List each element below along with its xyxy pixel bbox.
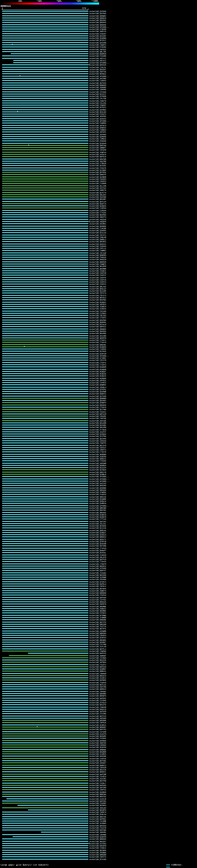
alignment-bar[interactable] [2,731,88,732]
alignment-bar[interactable] [2,333,88,334]
subject-id-label[interactable]: UniRef100_C5YDA6 [89,699,106,702]
subject-id-label[interactable]: UniRef100_B4FND9 [89,740,106,742]
subject-id-label[interactable]: UniRef100_Q8K3B0 [89,507,106,509]
alignment-bar[interactable] [2,512,88,513]
alignment-bar[interactable] [2,212,88,213]
alignment-bar[interactable] [2,116,88,117]
subject-id-label[interactable]: UniRef100_P35421 [89,411,106,413]
subject-id-label[interactable]: UniRef100_Q10R21 [89,724,106,726]
alignment-bar[interactable] [2,505,88,506]
subject-id-label[interactable]: UniRef100_B5VLQ5 [89,111,106,113]
subject-id-label[interactable]: UniRef100_A9SSD0 [89,717,106,719]
alignment-bar[interactable] [2,483,88,484]
subject-id-label[interactable]: UniRef100_B4FJX3 [89,728,106,731]
alignment-bar[interactable] [2,214,88,215]
subject-id-label[interactable]: UniRef100_A1UTX7 [89,431,106,433]
alignment-bar[interactable] [2,44,88,45]
alignment-bar[interactable] [2,105,88,105]
alignment-bar[interactable] [2,98,88,99]
alignment-bar[interactable] [2,393,88,394]
subject-id-label[interactable]: UniRef100_A9TQK4 [89,661,106,663]
alignment-bar[interactable] [2,270,88,271]
subject-id-label[interactable]: UniRef100_C4R7G0 [89,417,106,420]
subject-id-label[interactable]: UniRef100_B1BGD8 [89,368,106,370]
alignment-bar[interactable] [2,566,88,566]
alignment-bar[interactable] [2,42,88,43]
subject-id-label[interactable]: UniRef100_UPI000... [89,480,109,482]
alignment-bar[interactable] [2,476,88,477]
alignment-bar[interactable] [2,521,88,522]
subject-id-label[interactable]: UniRef100_A9T2R6 [89,786,106,788]
alignment-bar[interactable] [2,751,88,752]
alignment-bar[interactable] [2,24,88,25]
subject-id-label[interactable]: UniRef100_B6VPN5 [89,332,106,334]
subject-id-label[interactable]: UniRef100_B4FA94 [89,596,106,598]
alignment-bar[interactable] [2,783,88,784]
subject-id-label[interactable]: UniRef100_B6TQV4 [89,588,106,590]
subject-id-label[interactable]: UniRef100_C87Z74 [89,292,106,294]
alignment-bar[interactable] [2,181,88,182]
alignment-bar[interactable] [2,843,88,844]
alignment-bar[interactable] [2,391,88,392]
subject-id-label[interactable]: UniRef100_B6U4Y4 [89,675,106,677]
alignment-bar[interactable] [2,27,88,27]
subject-id-label[interactable]: UniRef100_C5XSW7 [89,802,106,804]
subject-id-label[interactable]: UniRef100_B9RKX4 [89,688,106,690]
alignment-bar[interactable] [2,545,88,546]
subject-id-label[interactable]: UniRef100_B6TSN1 [89,760,106,762]
alignment-bar[interactable] [2,196,88,197]
subject-id-label[interactable]: UniRef100_C6B896 [89,122,106,124]
alignment-bar[interactable] [2,201,88,202]
alignment-bar[interactable] [2,568,88,569]
alignment-bar[interactable] [2,165,88,166]
subject-id-label[interactable]: UniRef100_A8Y833 [89,303,106,305]
subject-id-label[interactable]: UniRef100_Q1P5H4 [89,10,106,12]
subject-id-label[interactable]: UniRef100_B6TCV3 [89,715,106,717]
alignment-bar[interactable] [2,261,88,262]
alignment-bar[interactable] [2,398,88,399]
subject-id-label[interactable]: UniRef100_C95X81 [89,415,106,417]
alignment-bar[interactable] [2,801,88,802]
alignment-bar[interactable] [2,346,88,347]
subject-id-label[interactable]: UniRef100_C0PKQ3 [89,744,106,746]
alignment-bar[interactable] [2,348,88,349]
alignment-bar[interactable] [2,548,88,549]
subject-id-label[interactable]: UniRef100_A6TNJ3 [89,124,106,127]
subject-id-label[interactable]: UniRef100_C93G45 [89,245,106,247]
alignment-bar[interactable] [2,516,88,517]
alignment-bar[interactable] [2,338,88,338]
alignment-bar[interactable] [2,67,88,68]
subject-id-label[interactable]: UniRef100_Q6ZI35 [89,769,106,771]
alignment-bar[interactable] [2,416,88,416]
alignment-bar[interactable] [2,501,88,502]
alignment-bar[interactable] [2,691,88,692]
alignment-bar[interactable] [2,659,88,660]
alignment-bar[interactable] [13,60,88,61]
alignment-bar[interactable] [2,22,88,23]
subject-id-label[interactable]: UniRef100_B2SC74 [89,191,106,194]
subject-id-label[interactable]: UniRef100_C5YGM8 [89,820,106,822]
subject-id-label[interactable]: UniRef100_C7T116 [89,518,106,520]
alignment-bar[interactable] [2,405,88,405]
alignment-bar[interactable] [2,577,88,578]
subject-id-label[interactable]: UniRef100_Q05059 [89,404,106,406]
subject-id-label[interactable]: UniRef100_C5YUU6 [89,91,106,93]
subject-id-label[interactable]: UniRef100_Q7XJ60 [89,858,106,860]
alignment-bar[interactable] [2,818,88,819]
alignment-bar[interactable] [2,807,88,808]
subject-id-label[interactable]: UniRef100_B8A9P3 [89,695,106,697]
subject-id-label[interactable]: UniRef100_C9Y1U8 [89,252,106,254]
subject-id-label[interactable]: UniRef100_Q8Y853 [89,241,106,243]
subject-id-label[interactable]: UniRef100_B7FG72 [89,106,106,108]
alignment-bar[interactable] [2,11,88,12]
subject-id-label[interactable]: UniRef100_B1LYH9 [89,185,106,187]
alignment-bar[interactable] [2,734,88,734]
alignment-bar[interactable] [2,575,88,576]
alignment-bar[interactable] [2,167,88,168]
subject-id-label[interactable]: UniRef100_B6VPN3 [89,214,106,216]
alignment-bar[interactable] [2,340,88,341]
alignment-bar[interactable] [2,628,88,629]
subject-id-label[interactable]: UniRef100_Q26W80 [89,498,106,500]
alignment-bar[interactable] [2,492,88,493]
subject-id-label[interactable]: UniRef100_C0HFM6 [89,88,106,91]
